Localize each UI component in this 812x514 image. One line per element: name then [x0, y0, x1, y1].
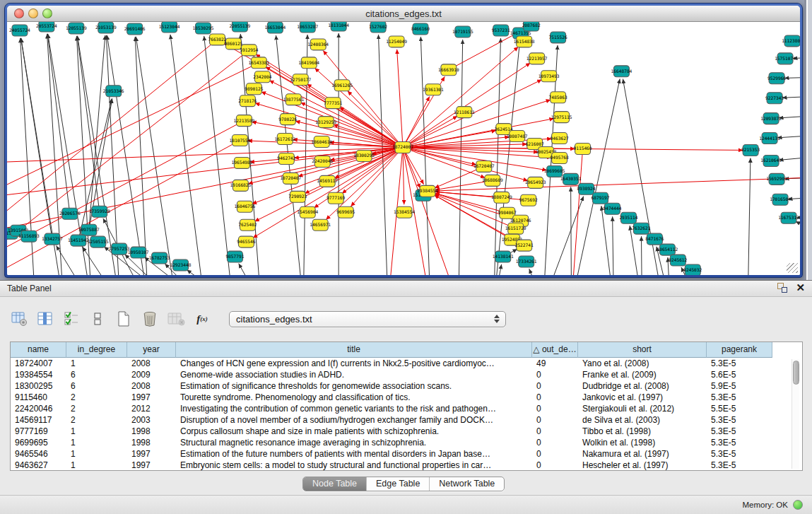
graph-node[interactable]: 6879197 — [591, 192, 609, 204]
table-row[interactable]: 946362711997Embryonic stem cells: a mode… — [11, 460, 802, 471]
graph-node[interactable]: 11675312 — [778, 212, 799, 223]
graph-node[interactable]: 14656971 — [310, 219, 331, 230]
graph-node[interactable]: 7290923 — [288, 191, 307, 202]
graph-node[interactable]: 17334261 — [516, 256, 537, 267]
table-row[interactable]: 1938455462009Genome-wide association stu… — [11, 369, 802, 380]
graph-node[interactable]: 18604610 — [311, 136, 332, 148]
graph-node[interactable]: 12923448 — [170, 259, 192, 271]
scrollbar-thumb[interactable] — [793, 361, 799, 385]
table-settings-icon[interactable] — [10, 310, 28, 328]
graph-node[interactable]: 9699695 — [336, 206, 355, 218]
graph-node[interactable]: 16543381 — [248, 57, 269, 69]
graph-node[interactable]: 15751074 — [775, 53, 796, 64]
table-row[interactable]: 1830029562008Estimation of significance … — [11, 380, 802, 392]
column-header-title[interactable]: title — [176, 342, 532, 358]
graph-node[interactable]: 7632621 — [632, 223, 650, 234]
table-row[interactable]: 969969511998Structural magnetic resonanc… — [11, 437, 802, 448]
graph-node[interactable]: 16151720 — [505, 223, 526, 234]
graph-node[interactable]: 2718176 — [238, 95, 257, 107]
graph-node[interactable]: 19654985 — [232, 157, 253, 168]
graph-node[interactable]: 10688609 — [482, 175, 503, 186]
tab-network-table[interactable]: Network Table — [429, 477, 504, 491]
network-canvas[interactable]: 2405572420553724120551392105313920691406… — [7, 22, 800, 275]
float-panel-icon[interactable] — [777, 283, 787, 293]
graph-node[interactable]: 18107554 — [230, 135, 251, 146]
tab-node-table[interactable]: Node Table — [303, 477, 366, 491]
window-titlebar[interactable]: citations_edges.txt — [7, 6, 800, 22]
minimize-window-button[interactable] — [28, 8, 38, 18]
graph-node[interactable]: 11156893 — [18, 230, 40, 242]
graph-node[interactable]: 19654923 — [525, 177, 546, 188]
graph-node[interactable]: 9463627 — [551, 133, 569, 144]
row-height-icon[interactable] — [88, 310, 107, 328]
zoom-window-button[interactable] — [42, 8, 52, 18]
graph-node[interactable]: 20206576 — [59, 208, 81, 219]
graph-node[interactable]: 17957253 — [109, 243, 130, 255]
graph-node[interactable]: 12118611 — [454, 107, 475, 118]
graph-node[interactable]: 12408364 — [307, 39, 329, 50]
graph-node[interactable]: 17359928 — [89, 206, 110, 217]
graph-node[interactable]: 19384554 — [417, 185, 438, 197]
graph-node[interactable]: 16663910 — [438, 64, 459, 76]
graph-node[interactable]: 9245612 — [669, 255, 687, 266]
close-panel-icon[interactable]: ✕ — [796, 283, 805, 293]
graph-node[interactable]: 16430351 — [560, 173, 582, 185]
column-header-out_de[interactable]: △ out_de… — [532, 342, 578, 358]
table-row[interactable]: 946554611997Estimation of the future num… — [11, 448, 802, 460]
graph-node[interactable]: 10699605 — [544, 165, 565, 177]
graph-node[interactable]: 9675692 — [519, 194, 538, 206]
graph-node[interactable]: 8938924 — [577, 183, 596, 194]
graph-node[interactable]: 12750177 — [290, 74, 311, 86]
graph-node[interactable]: 18807249 — [491, 192, 512, 203]
graph-node[interactable]: 11254049 — [386, 36, 407, 47]
graph-node[interactable]: 21053346 — [103, 86, 124, 97]
table-row[interactable]: 1456911722003Disruption of a novel membe… — [11, 414, 802, 426]
graph-node[interactable]: 7485063 — [549, 92, 567, 103]
import-table-disabled-icon[interactable] — [167, 310, 185, 328]
graph-node[interactable]: 10973493 — [539, 71, 560, 82]
graph-node[interactable]: 9537231 — [492, 25, 510, 36]
graph-node[interactable]: 13342757 — [42, 233, 63, 245]
graph-node[interactable]: 15456904 — [297, 206, 318, 218]
graph-node[interactable]: 9465546 — [237, 236, 255, 247]
graph-node[interactable]: 22055139 — [230, 22, 251, 32]
graph-node[interactable]: 18131044 — [328, 22, 349, 31]
graph-node[interactable]: 19361301 — [423, 84, 444, 95]
vertical-scrollbar[interactable] — [792, 359, 799, 469]
graph-node[interactable]: 12444131 — [759, 133, 780, 144]
graph-node[interactable]: 2087682 — [522, 22, 541, 31]
graph-node[interactable]: 16210643 — [760, 155, 782, 166]
graph-node[interactable]: 18300295 — [353, 150, 375, 161]
graph-node[interactable]: 15692901 — [766, 173, 787, 185]
graph-node[interactable]: 9857791 — [225, 251, 244, 262]
graph-node[interactable]: 16154838 — [514, 36, 535, 47]
graph-node[interactable]: 18724007 — [392, 142, 413, 153]
graph-node[interactable]: 10719155 — [452, 26, 473, 37]
column-header-short[interactable]: short — [578, 342, 707, 358]
graph-node[interactable]: 13877561 — [283, 94, 304, 105]
graph-node[interactable]: 8471676 — [645, 233, 664, 245]
graph-node[interactable]: 10720407 — [280, 173, 301, 184]
graph-node[interactable]: 10654112 — [657, 244, 678, 255]
graph-node[interactable]: 21053139 — [95, 22, 117, 33]
column-header-pagerank[interactable]: pagerank — [707, 342, 772, 358]
table-row[interactable]: 977716911998Corpus callosum shape and si… — [11, 426, 802, 437]
graph-node[interactable]: 9890125 — [245, 83, 263, 95]
graph-node[interactable]: 22420046 — [312, 156, 333, 167]
graph-node[interactable]: 9115460 — [574, 144, 592, 155]
resize-grip-icon[interactable] — [787, 263, 798, 273]
graph-node[interactable]: 12055139 — [66, 23, 87, 34]
graph-node[interactable]: 16782753 — [149, 252, 170, 264]
graph-node[interactable]: 30975887 — [78, 224, 100, 235]
graph-node[interactable]: 12213589 — [234, 115, 255, 127]
graph-node[interactable]: 2522741 — [515, 240, 534, 251]
graph-node[interactable]: 15384554 — [394, 206, 415, 218]
graph-node[interactable]: 8466160 — [411, 23, 430, 35]
show-column-icon[interactable] — [36, 310, 54, 328]
close-window-button[interactable] — [14, 8, 24, 18]
graph-node[interactable]: 13129259 — [315, 117, 336, 128]
graph-node[interactable]: 16648784 — [611, 66, 632, 77]
graph-node[interactable]: 7777351 — [324, 98, 342, 109]
column-header-in_degree[interactable]: in_degree — [66, 342, 127, 358]
graph-node[interactable]: 14138141 — [493, 251, 514, 262]
